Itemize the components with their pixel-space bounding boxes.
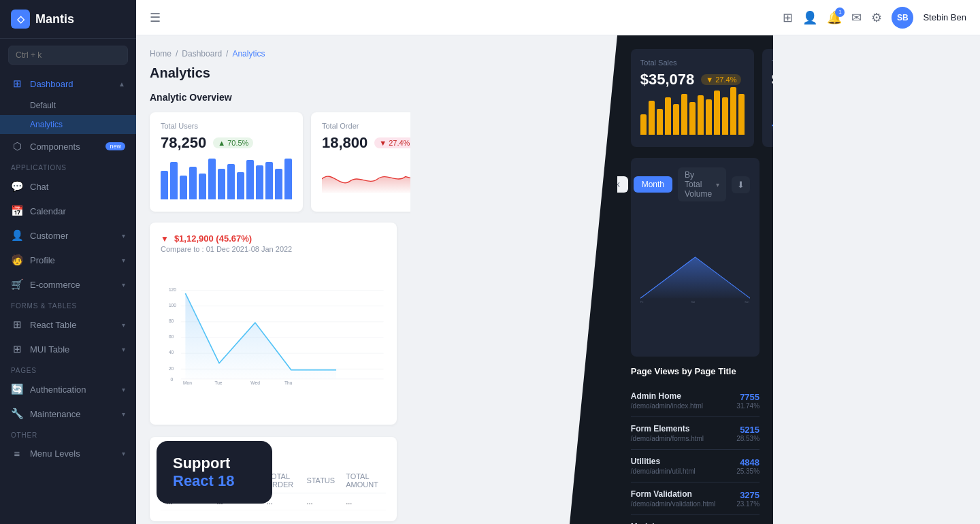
- download-btn[interactable]: ⬇: [732, 176, 750, 193]
- area-chart: [322, 159, 410, 199]
- bar: [227, 164, 235, 199]
- card-label: Total Users: [161, 122, 292, 130]
- svg-text:60: 60: [169, 334, 174, 339]
- pv-title: Admin Home: [631, 391, 703, 401]
- bar: [237, 172, 244, 199]
- card-value: 18,800: [322, 134, 368, 152]
- mui-table-icon: ⊞: [11, 343, 23, 355]
- breadcrumb-dashboard[interactable]: Dashboard: [182, 49, 222, 59]
- card-value: 78,250: [161, 134, 206, 152]
- dark-income-chart: Fri Sat Sun: [640, 208, 750, 344]
- main-area: ☰ ⊞ 👤 🔔1 ✉ ⚙ SB Stebin Ben Home / Dashbo…: [136, 0, 980, 524]
- sidebar-sub-item-default[interactable]: Default: [0, 96, 136, 115]
- card-label: Total Marketing: [772, 59, 773, 67]
- settings-icon[interactable]: ⚙: [871, 10, 882, 25]
- app-name: Mantis: [35, 12, 74, 27]
- section-forms-tables: Forms & Tables: [0, 297, 136, 312]
- bar: [681, 94, 687, 135]
- dark-area-chart: [772, 94, 773, 135]
- sidebar-item-profile[interactable]: 🧑 Profile ▾: [0, 248, 136, 272]
- income-overview-card: ▼ $1,12,900 (45.67%) Compare to : 01 Dec…: [150, 223, 397, 425]
- pv-pct: 23.17%: [736, 500, 760, 508]
- sidebar-item-ecommerce[interactable]: 🛒 E-commerce ▾: [0, 272, 136, 297]
- sidebar-item-components[interactable]: ⬡ Components new: [0, 134, 136, 159]
- bar: [208, 159, 216, 199]
- breadcrumb-current: Analytics: [232, 49, 265, 59]
- sidebar-item-menu-levels[interactable]: ≡ Menu Levels ▾: [0, 442, 136, 465]
- breadcrumb-home[interactable]: Home: [150, 49, 172, 59]
- sidebar-item-label: Authentication: [30, 384, 86, 395]
- avatar[interactable]: SB: [892, 7, 913, 29]
- menu-levels-icon: ≡: [11, 448, 23, 459]
- pv-title: Utilities: [631, 457, 696, 466]
- bar-chart: [161, 159, 292, 199]
- hamburger-icon[interactable]: ☰: [150, 10, 161, 25]
- notification-bell-icon[interactable]: 🔔1: [827, 10, 842, 25]
- sidebar-item-react-table[interactable]: ⊞ React Table ▾: [0, 312, 136, 337]
- maintenance-icon: 🔧: [11, 408, 23, 420]
- pv-url: /demo/admin/validation.html: [631, 500, 716, 508]
- pv-count: 4848: [736, 457, 760, 468]
- new-badge: new: [105, 142, 125, 150]
- user-switch-icon[interactable]: 👤: [802, 10, 817, 25]
- bar: [256, 165, 263, 199]
- month-btn[interactable]: Month: [634, 176, 672, 193]
- bar: [199, 174, 206, 199]
- sidebar-item-calendar[interactable]: 📅 Calendar: [0, 199, 136, 223]
- breadcrumb: Home / Dashboard / Analytics: [150, 49, 397, 59]
- grid-icon[interactable]: ⊞: [783, 10, 793, 25]
- pv-pct: 31.74%: [736, 402, 760, 410]
- col-status: STATUS: [301, 468, 340, 493]
- svg-text:Mon: Mon: [183, 380, 192, 385]
- sidebar-item-authentication[interactable]: 🔄 Authentication ▾: [0, 377, 136, 402]
- sidebar-item-customer[interactable]: 👤 Customer ▾: [0, 223, 136, 248]
- search-input[interactable]: [8, 46, 128, 65]
- chevron-down-icon: ▾: [122, 257, 125, 264]
- page-view-item: Utilities /demo/admin/util.html 4848 25.…: [631, 450, 760, 482]
- volume-dropdown[interactable]: By Total Volume ▾: [678, 167, 726, 201]
- chevron-down-icon: ▾: [122, 281, 125, 289]
- sidebar-item-maintenance[interactable]: 🔧 Maintenance ▾: [0, 402, 136, 426]
- sidebar-sub-item-analytics[interactable]: Analytics: [0, 115, 136, 134]
- income-chart: 120 100 80 60 40 20 0: [161, 261, 386, 411]
- sidebar-item-chat[interactable]: 💬 Chat: [0, 174, 136, 199]
- search-container: [0, 39, 136, 71]
- mail-icon[interactable]: ✉: [851, 10, 862, 25]
- col-total-amount: TOTAL AMOUNT: [340, 468, 386, 493]
- bar: [673, 104, 679, 135]
- svg-text:Tue: Tue: [214, 380, 222, 385]
- income-value: $1,12,900 (45.67%): [174, 233, 252, 244]
- dark-cards-grid: Total Sales $35,078 ▼ 27.4%: [631, 49, 760, 147]
- bar: [246, 160, 254, 199]
- total-users-card: Total Users 78,250 ▲ 70.5%: [150, 112, 303, 212]
- support-popup[interactable]: Support React 18: [157, 441, 272, 504]
- page-area: Home / Dashboard / Analytics Analytics A…: [136, 35, 980, 524]
- react-table-icon: ⊞: [11, 318, 23, 331]
- dark-content: Total Sales $35,078 ▼ 27.4%: [617, 35, 773, 524]
- sidebar-item-mui-table[interactable]: ⊞ MUI Table ▾: [0, 337, 136, 361]
- week-btn[interactable]: Week: [617, 176, 628, 193]
- sidebar-item-dashboard[interactable]: ⊞ Dashboard ▲: [0, 71, 136, 96]
- sidebar-item-label: Chat: [30, 182, 48, 192]
- bar: [665, 97, 671, 135]
- page-view-item: Admin Home /demo/admin/index.html 7755 3…: [631, 384, 760, 417]
- sidebar-item-label: Customer: [30, 231, 68, 241]
- pv-title: Form Validation: [631, 489, 716, 499]
- bar: [218, 169, 225, 199]
- bar: [722, 97, 728, 135]
- svg-text:Sun: Sun: [745, 301, 749, 304]
- volume-chevron: ▾: [716, 181, 719, 189]
- support-react18: React 18: [173, 472, 256, 490]
- diagonal-divider: [570, 35, 617, 524]
- section-other: Other: [0, 426, 136, 442]
- app-logo[interactable]: ◇ Mantis: [0, 0, 136, 39]
- bar: [161, 171, 168, 199]
- total-sales-card: Total Sales $35,078 ▼ 27.4%: [631, 49, 754, 147]
- bar: [649, 101, 655, 135]
- components-icon: ⬡: [11, 140, 23, 152]
- svg-text:20: 20: [169, 366, 174, 371]
- svg-text:40: 40: [169, 350, 174, 355]
- income-compare: Compare to : 01 Dec 2021-08 Jan 2022: [161, 245, 292, 253]
- bar: [657, 109, 663, 135]
- chevron-down-icon: ▾: [122, 410, 125, 418]
